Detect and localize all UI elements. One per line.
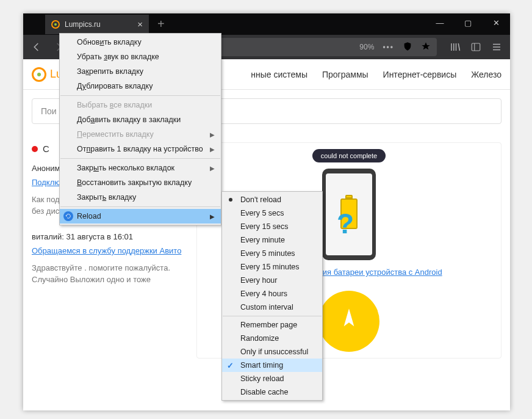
tab-close-icon[interactable]: × [137,19,143,29]
maximize-button[interactable]: ▢ [454,13,482,32]
submenu-item[interactable]: Every hour [222,274,322,287]
nav-link[interactable]: Железо [471,70,501,79]
tab-title: Lumpics.ru [65,20,101,29]
library-icon[interactable] [445,37,465,57]
back-button[interactable] [27,37,46,57]
comment-body: Здравствуйте . помогите пожалуйста. Случ… [32,262,184,286]
svg-rect-0 [472,43,480,51]
phone-illustration: ? [322,169,376,260]
chevron-right-icon: ▶ [210,146,215,153]
context-menu-item[interactable]: Reload▶ [60,209,221,224]
tab-context-menu[interactable]: Обновить вкладкуУбрать звук во вкладкеЗа… [59,33,221,225]
status-pill: could not complete [312,149,386,162]
context-menu-item[interactable]: Восстановить закрытую вкладку [60,175,221,190]
submenu-item[interactable]: Only if unsuccessful [222,345,322,359]
sidebar-icon[interactable] [466,37,486,57]
comment-item: виталий: 31 августа в 16:01 Обращаемся в… [32,231,184,286]
reload-submenu[interactable]: Don't reloadEvery 5 secsEvery 15 secsEve… [221,191,323,401]
page-actions-icon[interactable]: ••• [383,43,394,51]
submenu-item[interactable]: Remember page [222,318,322,332]
nav-link[interactable]: Программы [322,70,368,79]
context-menu-item: Переместить вкладку▶ [60,127,221,142]
submenu-item[interactable]: Smart timing [222,359,322,372]
submenu-item[interactable]: Every minute [222,233,322,247]
context-menu-item[interactable]: Отправить 1 вкладку на устройство▶ [60,142,221,156]
menu-icon[interactable] [487,37,506,57]
submenu-item[interactable]: Every 15 secs [222,220,322,233]
context-menu-item[interactable]: Добавить вкладку в закладки [60,112,221,127]
close-button[interactable]: ✕ [482,13,510,32]
compass-illustration [318,291,379,352]
submenu-item[interactable]: Don't reload [222,193,322,206]
context-menu-item[interactable]: Закрыть вкладку [60,190,221,205]
context-menu-item: Выбрать все вкладки [60,98,221,112]
submenu-item[interactable]: Randomize [222,332,322,345]
context-menu-item[interactable]: Закрыть несколько вкладок▶ [60,161,221,175]
minimize-button[interactable]: — [426,13,454,32]
submenu-item[interactable]: Custom interval [222,301,322,314]
context-menu-item[interactable]: Закрепить вкладку [60,64,221,79]
nav-link[interactable]: нные системы [251,70,307,79]
logo-icon [32,67,46,82]
reload-icon [63,211,73,221]
submenu-item[interactable]: Every 4 hours [222,287,322,301]
submenu-item[interactable]: Every 5 secs [222,206,322,220]
context-menu-item[interactable]: Дублировать вкладку [60,79,221,93]
bookmark-star-icon[interactable] [421,42,431,53]
submenu-item[interactable]: Every 15 minutes [222,260,322,274]
chevron-right-icon: ▶ [210,131,215,138]
live-dot-icon [32,146,38,152]
submenu-item[interactable]: Every 5 minutes [222,247,322,260]
shield-icon[interactable] [403,42,412,53]
site-nav: нные системы Программы Интернет-сервисы … [251,70,501,79]
tab-active[interactable]: Lumpics.ru × [45,15,149,34]
zoom-level: 90% [359,43,374,51]
chevron-right-icon: ▶ [210,213,215,220]
submenu-item[interactable]: Sticky reload [222,372,322,385]
nav-link[interactable]: Интернет-сервисы [383,70,457,79]
context-menu-item[interactable]: Убрать звук во вкладке [60,49,221,64]
window-controls: — ▢ ✕ [426,13,510,32]
chevron-right-icon: ▶ [210,165,215,172]
comment-meta: виталий: 31 августа в 16:01 [32,231,184,243]
favicon [51,20,60,29]
titlebar: Lumpics.ru × + — ▢ ✕ [23,13,510,35]
comment-link[interactable]: Обращаемся в службу поддержки Авито [32,246,181,255]
submenu-item[interactable]: Disable cache [222,385,322,399]
new-tab-button[interactable]: + [157,17,165,31]
battery-icon: ? [337,195,361,234]
site-logo[interactable]: Lu [32,67,62,82]
search-placeholder: Пои [41,106,57,116]
context-menu-item[interactable]: Обновить вкладку [60,35,221,49]
